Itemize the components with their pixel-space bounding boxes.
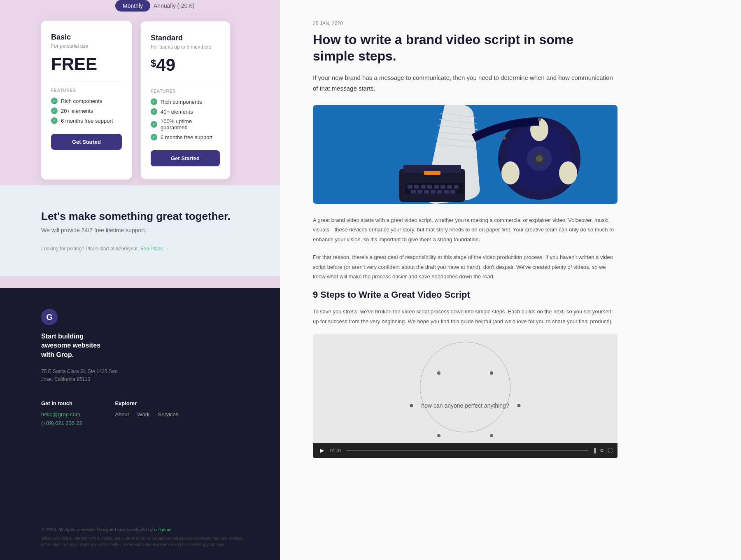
basic-divider: [51, 81, 122, 82]
svg-rect-28: [424, 190, 429, 194]
standard-feature-1: ✓ Rich components: [151, 98, 220, 105]
svg-point-8: [536, 155, 543, 162]
video-top-dots: [437, 371, 493, 375]
footer-nav: About Work Services: [115, 411, 178, 418]
footer-section: G Start buildingawesome websiteswith Gro…: [0, 288, 280, 560]
footer-work-link[interactable]: Work: [137, 411, 149, 418]
check-icon-2: ✓: [51, 107, 58, 114]
video-time: 01:31: [330, 448, 342, 453]
svg-rect-30: [437, 190, 442, 194]
standard-feature-list: ✓ Rich components ✓ 40+ elements ✓ 100% …: [151, 98, 220, 140]
svg-rect-19: [414, 185, 419, 189]
svg-rect-27: [417, 190, 422, 194]
basic-plan-price: FREE: [51, 56, 122, 73]
svg-rect-26: [411, 190, 416, 194]
pricing-cards: Basic For personal use FREE FEATURES ✓ R…: [41, 21, 231, 180]
hero-svg: [313, 105, 618, 204]
billing-toggle: Monthly Annually (-20%): [115, 0, 195, 12]
footer-services-link[interactable]: Services: [158, 411, 178, 418]
svg-rect-20: [421, 185, 426, 189]
article-title: How to write a brand video script in som…: [313, 31, 618, 64]
check-icon-1: ✓: [51, 98, 58, 104]
standard-plan-subtitle: For teams up to 5 members: [151, 44, 220, 50]
svg-rect-29: [431, 190, 436, 194]
right-panel: 25 JAN, 2020 How to write a brand video …: [280, 0, 741, 560]
svg-rect-25: [454, 185, 459, 189]
cta-subtitle: We will provide 24/7 free lifetime suppo…: [41, 227, 239, 233]
standard-features-label: FEATURES: [151, 89, 220, 93]
svg-point-35: [503, 136, 506, 140]
check-icon-5: ✓: [151, 108, 157, 115]
svg-rect-32: [450, 190, 455, 194]
see-plans-link[interactable]: See Plans →: [140, 246, 169, 252]
standard-plan-price: $49: [151, 56, 220, 74]
video-dot-bottom-left: [437, 434, 440, 437]
basic-feature-2: ✓ 20+ elements: [51, 107, 122, 114]
video-progress-bar[interactable]: [346, 450, 589, 451]
svg-rect-18: [408, 185, 412, 189]
video-controls: ▶ 01:31 ▐ ⚙ ⛶: [313, 443, 618, 458]
fullscreen-icon[interactable]: ⛶: [608, 448, 613, 453]
video-player: how can anyone perfect anything? ▶ 01:31…: [313, 334, 618, 458]
article-body-2: For that reason, there's a great deal of…: [313, 252, 618, 281]
cta-section: Let's make something great together. We …: [0, 185, 280, 276]
volume-icon[interactable]: ▐: [592, 448, 596, 453]
footer-explorer-col: Explorer About Work Services: [115, 400, 178, 426]
video-dot-top-left: [437, 371, 440, 375]
svg-rect-23: [440, 185, 445, 189]
svg-point-6: [559, 161, 577, 184]
left-panel: Monthly Annually (-20%) Basic For person…: [0, 0, 280, 560]
svg-rect-31: [444, 190, 449, 194]
standard-feature-4: ✓ 6 months free support: [151, 134, 220, 140]
footer-explorer-title: Explorer: [115, 400, 178, 406]
basic-plan-name: Basic: [51, 33, 122, 42]
basic-plan-subtitle: For personal use: [51, 43, 122, 49]
video-center-text: how can anyone perfect anything?: [410, 402, 520, 409]
article-body-1: A great brand video starts with a great …: [313, 215, 618, 244]
svg-point-5: [501, 161, 520, 184]
svg-point-34: [538, 118, 541, 121]
monthly-toggle[interactable]: Monthly: [115, 0, 150, 12]
footer-bottom: © 2020. All rights reserved. Designed an…: [41, 527, 263, 548]
standard-plan-name: Standard: [151, 34, 220, 42]
footer-legal: When you visit or interact with our site…: [41, 535, 263, 548]
footer-email-link[interactable]: hello@grop.com: [41, 411, 82, 418]
basic-plan-card: Basic For personal use FREE FEATURES ✓ R…: [41, 21, 132, 180]
article-container: 25 JAN, 2020 How to write a brand video …: [280, 0, 650, 478]
article-intro: If your new brand has a message to commu…: [313, 72, 618, 93]
standard-feature-3: ✓ 100% uptime guaranteed: [151, 118, 220, 131]
settings-icon[interactable]: ⚙: [600, 448, 604, 453]
footer-address: 75 E Santa Clara St, Ste 1425 SanJose, C…: [41, 368, 239, 383]
video-circle: [420, 342, 510, 432]
cta-pricing-note: Looking for pricing? Plans start at $250…: [41, 246, 239, 252]
basic-get-started-button[interactable]: Get Started: [51, 134, 122, 150]
footer-ixtheme-link[interactable]: ixTheme: [154, 527, 172, 532]
svg-rect-21: [427, 185, 432, 189]
basic-feature-3: ✓ 6 months free support: [51, 117, 122, 124]
video-bottom-dots: [437, 434, 493, 437]
check-icon-6: ✓: [151, 121, 157, 128]
footer-phone: (+89) 021 336 22: [41, 420, 82, 426]
video-dot-center-left: [410, 404, 413, 407]
play-button[interactable]: ▶: [318, 446, 326, 455]
check-icon-7: ✓: [151, 134, 157, 140]
standard-get-started-button[interactable]: Get Started: [151, 150, 220, 166]
footer-about-link[interactable]: About: [115, 411, 129, 418]
article-section-body: To save you stress, we've broken the vid…: [313, 307, 618, 326]
svg-rect-33: [424, 171, 440, 175]
svg-rect-24: [447, 185, 452, 189]
basic-feature-1: ✓ Rich components: [51, 98, 122, 104]
cta-title: Let's make something great together.: [41, 210, 239, 223]
footer-columns: Get in touch hello@grop.com (+89) 021 33…: [41, 400, 239, 426]
footer-tagline: Start buildingawesome websiteswith Grop.: [41, 332, 239, 359]
standard-divider: [151, 82, 220, 82]
footer-copyright: © 2020. All rights reserved. Designed an…: [41, 527, 263, 532]
annually-toggle[interactable]: Annually (-20%): [154, 2, 195, 9]
article-hero-image: [313, 105, 618, 204]
video-dot-top-right: [490, 371, 493, 375]
standard-feature-2: ✓ 40+ elements: [151, 108, 220, 115]
article-section-title: 9 Steps to Write a Great Video Script: [313, 289, 618, 300]
basic-features-label: FEATURES: [51, 88, 122, 93]
video-dot-bottom-right: [490, 434, 493, 437]
footer-contact-col: Get in touch hello@grop.com (+89) 021 33…: [41, 400, 82, 426]
